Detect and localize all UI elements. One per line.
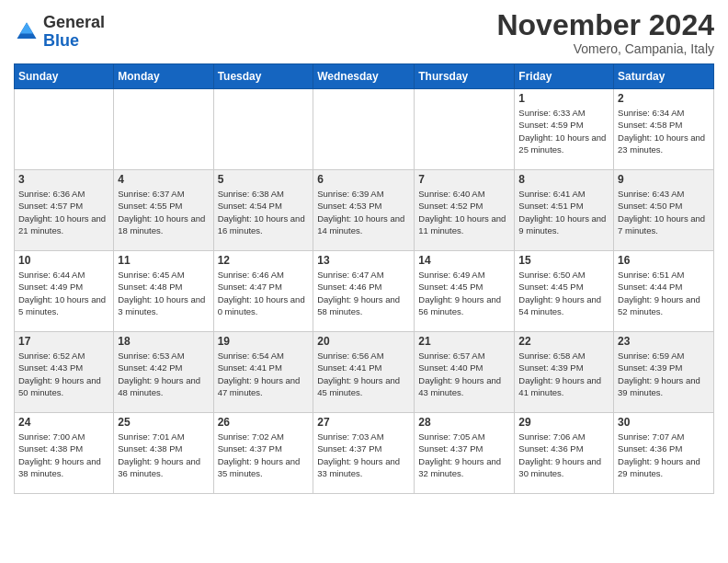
calendar-cell: 24Sunrise: 7:00 AM Sunset: 4:38 PM Dayli… xyxy=(15,413,114,494)
logo-general: General xyxy=(43,14,105,32)
day-info: Sunrise: 6:50 AM Sunset: 4:45 PM Dayligh… xyxy=(518,269,609,317)
weekday-header-monday: Monday xyxy=(114,64,213,89)
title-block: November 2024 Vomero, Campania, Italy xyxy=(496,9,714,56)
calendar-cell xyxy=(213,89,313,170)
calendar-cell: 21Sunrise: 6:57 AM Sunset: 4:40 PM Dayli… xyxy=(415,332,515,413)
calendar: SundayMondayTuesdayWednesdayThursdayFrid… xyxy=(14,63,714,494)
calendar-cell: 8Sunrise: 6:41 AM Sunset: 4:51 PM Daylig… xyxy=(515,170,614,251)
calendar-cell: 14Sunrise: 6:49 AM Sunset: 4:45 PM Dayli… xyxy=(415,251,515,332)
day-info: Sunrise: 7:03 AM Sunset: 4:37 PM Dayligh… xyxy=(317,431,410,479)
day-number: 24 xyxy=(18,416,109,429)
month-title: November 2024 xyxy=(496,9,714,41)
day-info: Sunrise: 7:02 AM Sunset: 4:37 PM Dayligh… xyxy=(218,431,310,479)
calendar-week-1: 1Sunrise: 6:33 AM Sunset: 4:59 PM Daylig… xyxy=(15,89,714,170)
day-info: Sunrise: 7:01 AM Sunset: 4:38 PM Dayligh… xyxy=(118,431,209,479)
day-info: Sunrise: 6:46 AM Sunset: 4:47 PM Dayligh… xyxy=(218,269,310,317)
day-number: 3 xyxy=(18,173,109,186)
calendar-cell: 4Sunrise: 6:37 AM Sunset: 4:55 PM Daylig… xyxy=(114,170,213,251)
calendar-cell: 20Sunrise: 6:56 AM Sunset: 4:41 PM Dayli… xyxy=(313,332,415,413)
calendar-cell: 16Sunrise: 6:51 AM Sunset: 4:44 PM Dayli… xyxy=(614,251,714,332)
day-info: Sunrise: 6:59 AM Sunset: 4:39 PM Dayligh… xyxy=(618,350,710,398)
day-number: 29 xyxy=(518,416,609,429)
day-info: Sunrise: 6:49 AM Sunset: 4:45 PM Dayligh… xyxy=(418,269,510,317)
calendar-cell: 5Sunrise: 6:38 AM Sunset: 4:54 PM Daylig… xyxy=(213,170,313,251)
calendar-cell: 27Sunrise: 7:03 AM Sunset: 4:37 PM Dayli… xyxy=(313,413,415,494)
day-info: Sunrise: 6:47 AM Sunset: 4:46 PM Dayligh… xyxy=(317,269,410,317)
day-number: 6 xyxy=(317,173,410,186)
calendar-cell xyxy=(313,89,415,170)
day-info: Sunrise: 7:06 AM Sunset: 4:36 PM Dayligh… xyxy=(518,431,609,479)
weekday-header-wednesday: Wednesday xyxy=(313,64,415,89)
logo-blue: Blue xyxy=(43,32,105,51)
day-info: Sunrise: 6:36 AM Sunset: 4:57 PM Dayligh… xyxy=(18,188,109,236)
calendar-cell: 22Sunrise: 6:58 AM Sunset: 4:39 PM Dayli… xyxy=(515,332,614,413)
location: Vomero, Campania, Italy xyxy=(496,41,714,56)
day-number: 25 xyxy=(118,416,209,429)
calendar-cell xyxy=(114,89,213,170)
day-info: Sunrise: 6:39 AM Sunset: 4:53 PM Dayligh… xyxy=(317,188,410,236)
day-info: Sunrise: 6:56 AM Sunset: 4:41 PM Dayligh… xyxy=(317,350,410,398)
calendar-week-3: 10Sunrise: 6:44 AM Sunset: 4:49 PM Dayli… xyxy=(15,251,714,332)
calendar-cell: 2Sunrise: 6:34 AM Sunset: 4:58 PM Daylig… xyxy=(614,89,714,170)
weekday-header-friday: Friday xyxy=(515,64,614,89)
calendar-week-4: 17Sunrise: 6:52 AM Sunset: 4:43 PM Dayli… xyxy=(15,332,714,413)
day-info: Sunrise: 6:51 AM Sunset: 4:44 PM Dayligh… xyxy=(618,269,710,317)
day-number: 1 xyxy=(518,92,609,105)
logo-icon xyxy=(14,19,40,45)
day-info: Sunrise: 6:54 AM Sunset: 4:41 PM Dayligh… xyxy=(218,350,310,398)
day-info: Sunrise: 6:33 AM Sunset: 4:59 PM Dayligh… xyxy=(518,107,609,155)
day-info: Sunrise: 6:43 AM Sunset: 4:50 PM Dayligh… xyxy=(618,188,710,236)
weekday-header-saturday: Saturday xyxy=(614,64,714,89)
day-number: 23 xyxy=(618,335,710,348)
day-number: 20 xyxy=(317,335,410,348)
day-number: 16 xyxy=(618,254,710,267)
day-number: 17 xyxy=(18,335,109,348)
day-info: Sunrise: 6:45 AM Sunset: 4:48 PM Dayligh… xyxy=(118,269,209,317)
day-number: 12 xyxy=(218,254,310,267)
day-number: 26 xyxy=(218,416,310,429)
calendar-cell: 30Sunrise: 7:07 AM Sunset: 4:36 PM Dayli… xyxy=(614,413,714,494)
weekday-header-thursday: Thursday xyxy=(415,64,515,89)
header: General Blue November 2024 Vomero, Campa… xyxy=(14,9,714,56)
day-info: Sunrise: 7:00 AM Sunset: 4:38 PM Dayligh… xyxy=(18,431,109,479)
calendar-week-2: 3Sunrise: 6:36 AM Sunset: 4:57 PM Daylig… xyxy=(15,170,714,251)
calendar-cell: 15Sunrise: 6:50 AM Sunset: 4:45 PM Dayli… xyxy=(515,251,614,332)
day-number: 21 xyxy=(418,335,510,348)
day-number: 11 xyxy=(118,254,209,267)
day-number: 28 xyxy=(418,416,510,429)
calendar-cell: 9Sunrise: 6:43 AM Sunset: 4:50 PM Daylig… xyxy=(614,170,714,251)
day-number: 7 xyxy=(418,173,510,186)
day-info: Sunrise: 7:05 AM Sunset: 4:37 PM Dayligh… xyxy=(418,431,510,479)
day-number: 5 xyxy=(218,173,310,186)
calendar-cell: 29Sunrise: 7:06 AM Sunset: 4:36 PM Dayli… xyxy=(515,413,614,494)
calendar-week-5: 24Sunrise: 7:00 AM Sunset: 4:38 PM Dayli… xyxy=(15,413,714,494)
day-number: 4 xyxy=(118,173,209,186)
page: General Blue November 2024 Vomero, Campa… xyxy=(0,0,728,508)
svg-marker-1 xyxy=(20,22,33,33)
day-info: Sunrise: 6:57 AM Sunset: 4:40 PM Dayligh… xyxy=(418,350,510,398)
calendar-cell: 1Sunrise: 6:33 AM Sunset: 4:59 PM Daylig… xyxy=(515,89,614,170)
logo: General Blue xyxy=(14,14,105,51)
calendar-body: 1Sunrise: 6:33 AM Sunset: 4:59 PM Daylig… xyxy=(15,89,714,494)
calendar-cell: 13Sunrise: 6:47 AM Sunset: 4:46 PM Dayli… xyxy=(313,251,415,332)
day-number: 9 xyxy=(618,173,710,186)
calendar-cell: 7Sunrise: 6:40 AM Sunset: 4:52 PM Daylig… xyxy=(415,170,515,251)
day-info: Sunrise: 6:37 AM Sunset: 4:55 PM Dayligh… xyxy=(118,188,209,236)
weekday-header-sunday: Sunday xyxy=(15,64,114,89)
calendar-cell: 17Sunrise: 6:52 AM Sunset: 4:43 PM Dayli… xyxy=(15,332,114,413)
day-number: 14 xyxy=(418,254,510,267)
logo-text: General Blue xyxy=(43,14,105,51)
calendar-cell: 18Sunrise: 6:53 AM Sunset: 4:42 PM Dayli… xyxy=(114,332,213,413)
day-info: Sunrise: 7:07 AM Sunset: 4:36 PM Dayligh… xyxy=(618,431,710,479)
calendar-cell: 12Sunrise: 6:46 AM Sunset: 4:47 PM Dayli… xyxy=(213,251,313,332)
calendar-cell: 23Sunrise: 6:59 AM Sunset: 4:39 PM Dayli… xyxy=(614,332,714,413)
calendar-cell: 25Sunrise: 7:01 AM Sunset: 4:38 PM Dayli… xyxy=(114,413,213,494)
day-number: 10 xyxy=(18,254,109,267)
calendar-cell xyxy=(15,89,114,170)
calendar-cell xyxy=(415,89,515,170)
day-info: Sunrise: 6:52 AM Sunset: 4:43 PM Dayligh… xyxy=(18,350,109,398)
day-info: Sunrise: 6:41 AM Sunset: 4:51 PM Dayligh… xyxy=(518,188,609,236)
day-info: Sunrise: 6:38 AM Sunset: 4:54 PM Dayligh… xyxy=(218,188,310,236)
day-info: Sunrise: 6:34 AM Sunset: 4:58 PM Dayligh… xyxy=(618,107,710,155)
day-number: 30 xyxy=(618,416,710,429)
